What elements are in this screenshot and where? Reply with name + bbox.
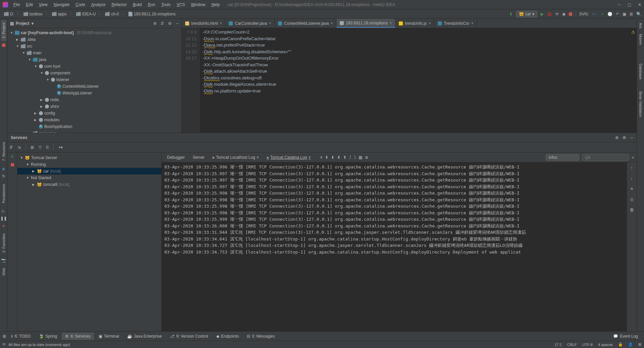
rerun-icon[interactable]: ↻	[11, 154, 14, 159]
collapse-tree-icon[interactable]: ⇵	[9, 145, 13, 150]
line-separator[interactable]: CRLF	[567, 343, 577, 347]
editor-tab[interactable]: ContextWebListener.java×	[275, 19, 336, 28]
close-button[interactable]: ✕	[638, 2, 641, 7]
maximize-button[interactable]: ▢	[628, 2, 631, 7]
database-tool-tab[interactable]: Database	[638, 61, 643, 82]
menu-window[interactable]: Window	[188, 1, 208, 8]
tree-row[interactable]: ▼src	[7, 43, 181, 50]
menu-edit[interactable]: Edit	[23, 1, 36, 8]
tree-arrow-icon[interactable]: ▶	[32, 169, 36, 173]
console-action-icon[interactable]: ≡	[631, 186, 633, 192]
tree-arrow-icon[interactable]: ▶	[40, 105, 44, 108]
up2-icon[interactable]: ⬆	[343, 155, 346, 160]
bottom-tab-endpoints[interactable]: ◆Endpoints	[213, 333, 242, 340]
code-area[interactable]: -XX:CICompilerCount=2 -Dsun.io.useCanonP…	[200, 28, 637, 133]
restart-frame-icon[interactable]: ⤴	[349, 155, 351, 160]
run-button[interactable]: ▶	[541, 12, 544, 16]
bottom-tab-todo[interactable]: ≡6: TODO	[7, 333, 34, 340]
search-everywhere-icon[interactable]: 🔍	[636, 12, 641, 16]
console-output[interactable]: 03-Apr-2020 10:33:25.996 璀﹀憡 [RMI TCP Co…	[162, 162, 637, 331]
tree-arrow-icon[interactable]: ▶	[40, 98, 44, 101]
menu-build[interactable]: Build	[130, 1, 145, 8]
tree-arrow-icon[interactable]: ▶	[34, 118, 38, 122]
editor-tab[interactable]: TrendsInfoCor×	[434, 19, 477, 28]
bean-validation-tool-tab[interactable]: Bean Validation	[638, 89, 643, 120]
tree-arrow-icon[interactable]: ▼	[40, 71, 44, 75]
minimize-button[interactable]: ─	[618, 2, 621, 7]
memory-icon[interactable]: ⊞	[638, 342, 641, 347]
menu-tools[interactable]: Tools	[159, 1, 173, 8]
close-tab-icon[interactable]: ×	[471, 21, 473, 25]
tree-arrow-icon[interactable]: ▼	[20, 156, 23, 159]
bottom-tab-services[interactable]: ⚙8: Services	[62, 333, 94, 340]
down2-icon[interactable]: ⬇	[337, 155, 340, 160]
project-tree[interactable]: ▼ car [hxyFrame-activiti-boot] D:\SVNPro…	[7, 28, 181, 133]
up-icon[interactable]: ⬆	[325, 155, 328, 160]
bottom-tab-javaenterprise[interactable]: ☕Java Enterprise	[124, 333, 165, 340]
event-log-tab[interactable]: 💬 Event Log	[610, 333, 641, 340]
catalina-log-tab[interactable]: ▸Tomcat Catalina Log×	[264, 154, 313, 161]
bottom-tab-messages[interactable]: ⊟0: Messages	[244, 333, 278, 340]
persistence-tool-tab[interactable]: Persistence	[1, 181, 6, 206]
console-action-icon[interactable]: ↑	[631, 164, 633, 171]
run-config-selector[interactable]: 🐱 car ▾	[516, 11, 537, 17]
close-tab-icon[interactable]: ×	[331, 21, 333, 25]
tree-row[interactable]: ▼component	[7, 70, 181, 76]
editor-tab[interactable]: trendsInfo.js×	[395, 19, 434, 28]
stop-button[interactable]	[569, 12, 572, 16]
build-icon[interactable]: ⬇	[509, 12, 513, 16]
close-tab-icon[interactable]: ×	[269, 21, 271, 25]
editor-tab[interactable]: trendsInfo.html×	[182, 19, 225, 28]
editor-body[interactable]: 7 8 9 10 11 12 13 14 15 16 17 -XX:CIComp…	[182, 28, 637, 133]
tree-arrow-icon[interactable]: ▶	[16, 38, 19, 41]
log-level-dropdown[interactable]: infos	[546, 154, 579, 161]
menu-code[interactable]: Code	[73, 1, 88, 8]
file-encoding[interactable]: UTF-8	[582, 343, 593, 347]
tree-arrow-icon[interactable]: ▼	[26, 163, 30, 166]
breadcrumb-item[interactable]: IDEA-U	[75, 11, 97, 17]
tree-row[interactable]: ▼java	[7, 56, 181, 63]
tree-row[interactable]: ▶.idea	[7, 36, 181, 43]
profiler-button[interactable]: ◉	[562, 12, 566, 16]
tree-arrow-icon[interactable]: ▼	[28, 58, 32, 61]
tree-arrow-icon[interactable]: ▼	[22, 51, 25, 55]
services-tree-row[interactable]: ▼Running	[17, 161, 161, 168]
toolwindow-toggle-icon[interactable]: ⊞	[3, 334, 6, 339]
tree-row[interactable]: ▼main	[7, 50, 181, 56]
localhost-log-tab[interactable]: ▸Tomcat Localhost Log×	[210, 154, 262, 161]
add-icon[interactable]: +▾	[58, 145, 63, 150]
editor-tab[interactable]: 193.6911.18.vmoptions×	[336, 19, 395, 28]
menu-refactor[interactable]: Refactor	[109, 1, 129, 8]
gear-icon[interactable]: ⚙	[623, 135, 626, 140]
tree-row[interactable]: ContextWebListener	[7, 83, 181, 90]
list2-icon[interactable]: ≣	[365, 155, 368, 160]
next-icon[interactable]: ⤵	[354, 155, 356, 160]
favorites-tool-tab[interactable]: 2: Favorites	[1, 231, 6, 255]
wrap-icon[interactable]: ≡	[320, 155, 322, 160]
commit-button[interactable]: ✓	[601, 12, 604, 16]
collapse-icon[interactable]: ⇵	[161, 21, 164, 26]
expand-icon[interactable]: ⊕	[615, 135, 619, 140]
services-tree[interactable]: ▼🐱Tomcat Server▼Running▶🐱car [local]▼Not…	[17, 152, 162, 331]
list-icon[interactable]: ⎘	[46, 145, 49, 150]
menu-file[interactable]: File	[11, 1, 22, 8]
tree-row[interactable]: ▶modules	[7, 117, 181, 123]
console-action-icon[interactable]: ⎙	[631, 196, 633, 203]
tree-arrow-icon[interactable]: ▶	[32, 183, 36, 186]
tree-arrow-icon[interactable]: ▼	[46, 78, 50, 81]
menu-run[interactable]: Run	[145, 1, 158, 8]
gear-icon[interactable]: ⊞	[630, 12, 633, 16]
down-icon[interactable]: ⬇	[331, 155, 334, 160]
indent-widget[interactable]: 4 spaces	[598, 343, 613, 347]
web-tool-tab[interactable]: Web	[1, 265, 6, 278]
tree-row[interactable]: ▼com.hyxt	[7, 63, 181, 70]
pause-icon[interactable]: ❚❚	[0, 216, 7, 221]
breadcrumb-item[interactable]: D:	[3, 11, 15, 17]
debug-button[interactable]: 🐞	[547, 12, 552, 16]
breadcrumb-item[interactable]: toolbox	[22, 11, 44, 17]
target-icon[interactable]: ⊕	[153, 21, 157, 26]
run-coverage-button[interactable]: ⟳	[555, 12, 559, 16]
bottom-tab-terminal[interactable]: ▣Terminal	[95, 333, 122, 340]
console-search-input[interactable]: Q▾	[582, 154, 629, 161]
stop-square-icon[interactable]	[11, 163, 14, 166]
